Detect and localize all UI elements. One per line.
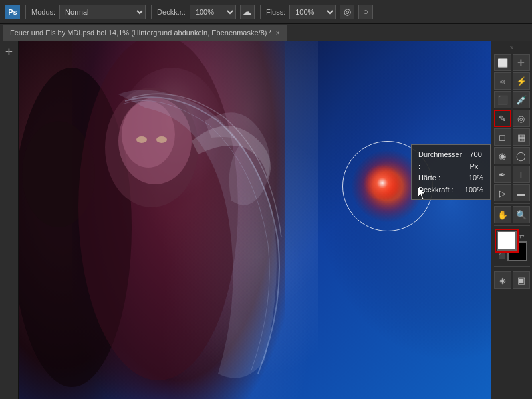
move-tool-btn[interactable]: ✛ (2, 44, 17, 59)
tab-bar: Feuer und Eis by MDI.psd bei 14,1% (Hint… (0, 24, 532, 41)
color-boxes: ⇄ ⬛ (497, 231, 527, 261)
lasso-btn[interactable]: ⌾ (494, 72, 511, 90)
deckk-label: Deckk.r.: (157, 8, 186, 16)
eyedropper-btn[interactable]: 💉 (513, 91, 530, 108)
dodge-btn[interactable]: ◯ (513, 147, 530, 164)
gradient-btn[interactable]: ▦ (513, 128, 530, 146)
tools-separator-1 (494, 203, 530, 204)
text-btn[interactable]: T (513, 166, 530, 183)
hair-silver (85, 41, 318, 399)
modus-label: Modus: (31, 8, 55, 16)
toolbar-separator-2 (151, 5, 152, 19)
bottom-tools-grid: ◈ ▣ (491, 271, 533, 289)
eraser-btn[interactable]: ◻ (494, 128, 511, 146)
screen-mode-btn[interactable]: ▣ (513, 271, 530, 289)
toolbar-separator-3 (260, 5, 261, 19)
quick-mask-btn[interactable]: ◈ (494, 271, 511, 289)
left-toolbar: ✛ (0, 41, 19, 399)
modus-select[interactable]: Normal (59, 5, 146, 19)
tools-grid-2: ✋ 🔍 (491, 206, 533, 223)
tools-separator-3 (494, 266, 530, 267)
hand-tool-btn[interactable]: ✋ (494, 206, 511, 223)
airbrush-btn[interactable]: ☁ (240, 5, 255, 19)
path-select-btn[interactable]: ▷ (494, 184, 511, 201)
blur-btn[interactable]: ◉ (494, 147, 511, 164)
fluss-label: Fluss: (266, 8, 285, 16)
swap-colors-btn[interactable]: ⇄ (518, 232, 526, 240)
tools-separator-2 (494, 225, 530, 226)
shape-btn[interactable]: ▬ (513, 184, 530, 201)
deckk-select[interactable]: 100% (190, 5, 236, 19)
tab-close-btn[interactable]: × (276, 29, 280, 37)
brush-tool-btn[interactable]: ✎ (494, 110, 511, 127)
rectangular-marquee-btn[interactable]: ⬜ (494, 54, 511, 71)
foreground-color-swatch[interactable] (497, 231, 517, 251)
app-icon: Ps (5, 5, 20, 19)
pressure-btn[interactable]: ◎ (340, 5, 354, 19)
toolbar-separator-1 (25, 5, 26, 19)
panel-collapse-btn[interactable]: » (510, 44, 514, 51)
fluss-select[interactable]: 100% (289, 5, 336, 19)
clone-stamp-btn[interactable]: ◎ (513, 110, 530, 127)
main-area: ✛ (0, 41, 532, 399)
pen-btn[interactable]: ✒ (494, 166, 511, 183)
zoom-btn[interactable]: 🔍 (513, 206, 530, 223)
canvas-area[interactable]: Durchmesser : 700 Px Härte : 10% Deckkra… (19, 41, 491, 399)
quick-select-btn[interactable]: ⚡ (513, 72, 530, 90)
move-tool-grid-btn[interactable]: ✛ (513, 54, 530, 71)
reset-colors-btn[interactable]: ⬛ (498, 252, 506, 260)
right-tools-panel: » ⬜ ✛ ⌾ ⚡ ⬛ 💉 ✎ ◎ ◻ ▦ ◉ ◯ ✒ T ▷ ▬ (491, 41, 532, 399)
tab-label: Feuer und Eis by MDI.psd bei 14,1% (Hint… (10, 29, 272, 37)
crop-btn[interactable]: ⬛ (494, 91, 511, 108)
stylus-btn[interactable]: ○ (358, 5, 373, 19)
main-toolbar: Ps Modus: Normal Deckk.r.: 100% ☁ Fluss:… (0, 0, 532, 24)
tools-grid: ⬜ ✛ ⌾ ⚡ ⬛ 💉 ✎ ◎ ◻ ▦ ◉ ◯ ✒ T ▷ ▬ (491, 54, 533, 201)
document-tab[interactable]: Feuer und Eis by MDI.psd bei 14,1% (Hint… (3, 25, 287, 41)
